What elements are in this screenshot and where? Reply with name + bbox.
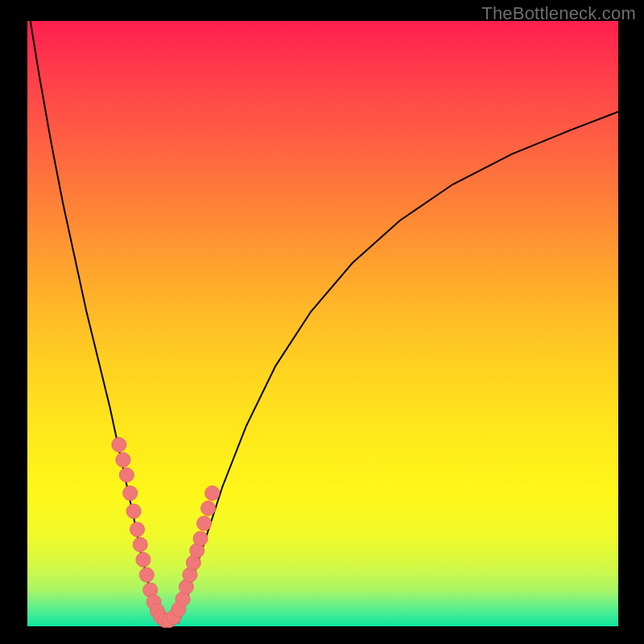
highlight-marker [116,452,130,467]
right-branch-curve [178,112,618,623]
plot-area [27,21,618,626]
highlight-marker [133,538,147,552]
highlight-marker [201,501,216,515]
curve-group [31,21,618,623]
highlight-marker [112,437,126,452]
chart-frame: TheBottleneck.com [0,0,644,644]
highlight-marker [130,522,145,537]
chart-svg [27,21,618,626]
marker-group [112,437,220,627]
highlight-marker [119,468,134,482]
highlight-marker [126,504,141,518]
watermark-text: TheBottleneck.com [481,3,636,24]
highlight-marker [139,568,154,582]
highlight-marker [205,486,220,501]
highlight-marker [197,516,212,530]
highlight-marker [136,552,151,567]
highlight-marker [123,486,138,501]
highlight-marker [193,531,208,546]
